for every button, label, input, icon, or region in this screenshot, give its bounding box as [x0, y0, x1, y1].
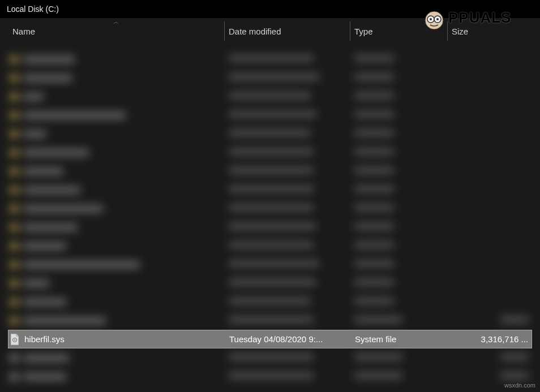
brand-text: PPUALS	[448, 9, 511, 27]
list-item	[8, 162, 532, 180]
list-item	[8, 68, 532, 87]
list-item	[8, 311, 532, 330]
list-item	[8, 143, 532, 162]
list-item	[8, 292, 532, 311]
brand-logo-icon	[421, 5, 447, 31]
list-item	[8, 50, 532, 68]
selected-file-date: Tuesday 04/08/2020 9:...	[225, 334, 350, 344]
column-header-date[interactable]: Date modified	[224, 18, 350, 44]
svg-point-4	[436, 18, 439, 20]
file-explorer-content: ︿ Name Date modified Type Size	[0, 18, 540, 392]
list-item	[8, 180, 532, 199]
list-item	[8, 199, 532, 218]
selected-file-type: System file	[350, 334, 448, 344]
selected-file-name-cell: hiberfil.sys	[10, 333, 225, 346]
selected-file-name: hiberfil.sys	[24, 334, 65, 344]
selected-file-size: 3,316,716 ...	[448, 334, 530, 344]
list-item	[8, 87, 532, 106]
list-item	[8, 367, 532, 386]
file-list[interactable]: hiberfil.sys Tuesday 04/08/2020 9:... Sy…	[0, 44, 540, 386]
window-title: Local Disk (C:)	[7, 5, 59, 14]
column-header-name[interactable]: ︿ Name	[8, 18, 224, 44]
column-header-type-label: Type	[354, 27, 373, 36]
column-header-name-label: Name	[12, 27, 35, 36]
system-file-icon	[10, 333, 20, 346]
brand-watermark: PPUALS	[421, 2, 540, 33]
list-item	[8, 348, 532, 367]
svg-point-6	[14, 339, 15, 341]
list-item	[8, 106, 532, 124]
list-item	[8, 218, 532, 236]
site-watermark: wsxdn.com	[504, 382, 535, 389]
sort-ascending-icon: ︿	[113, 18, 119, 26]
list-item	[8, 236, 532, 255]
list-item	[8, 255, 532, 274]
svg-point-3	[430, 18, 432, 20]
list-item	[8, 124, 532, 143]
list-item-selected[interactable]: hiberfil.sys Tuesday 04/08/2020 9:... Sy…	[8, 330, 532, 348]
column-header-date-label: Date modified	[229, 27, 281, 36]
list-item	[8, 274, 532, 292]
